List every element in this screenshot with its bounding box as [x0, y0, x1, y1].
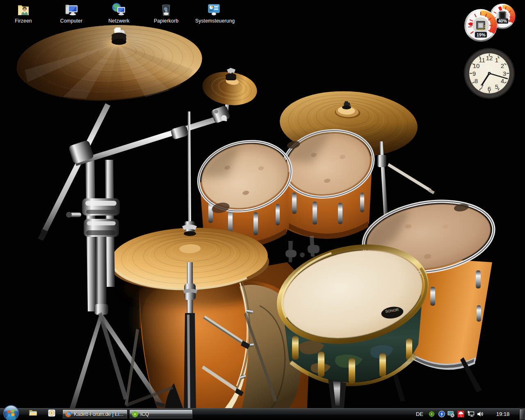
- svg-text:4: 4: [501, 77, 504, 84]
- svg-text:11: 11: [479, 57, 485, 64]
- svg-text:40%: 40%: [498, 18, 507, 23]
- svg-text:2: 2: [501, 62, 504, 69]
- svg-text:5: 5: [495, 83, 498, 90]
- svg-text:19%: 19%: [477, 32, 486, 37]
- svg-text:9: 9: [472, 70, 476, 77]
- svg-text:8: 8: [475, 77, 478, 84]
- svg-text:3: 3: [503, 70, 506, 77]
- svg-text:1: 1: [495, 57, 498, 64]
